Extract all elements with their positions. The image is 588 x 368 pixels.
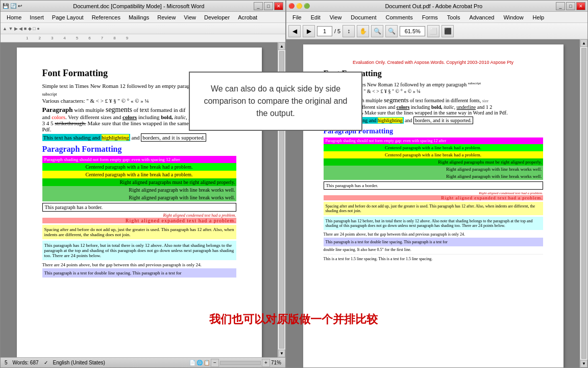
word-right2: Right aligned paragraph with line break … [42,186,236,194]
pdf-scroll-down-button[interactable]: ▼ [580,360,587,367]
word-spacing-text3: There are 24 points above, but the gap b… [42,262,236,267]
word-zoom-controls: 📄 🌐 📋 − + 71% [189,359,281,367]
pdf-centered1: Centered paragraph with a line break had… [324,144,543,151]
overlay-text: We can also do a quick side by side comp… [204,84,347,118]
pdf-menu-file[interactable]: File [288,13,306,21]
word-view-print[interactable]: 📋 [204,360,210,365]
pdf-menu-tools[interactable]: Tools [443,13,464,21]
pdf-close-button[interactable]: ✕ [576,2,585,10]
zoom-slider[interactable] [220,361,261,365]
pdf-back-button[interactable]: ◀ [288,25,301,37]
menu-view[interactable]: View [180,13,200,21]
word-right3: Right aligned paragraph with line break … [42,194,236,201]
pdf-maximize-button[interactable]: □ [566,2,575,10]
pdf-pan-tool[interactable]: ✋ [357,25,369,37]
menu-references[interactable]: References [88,13,125,21]
word-shading-magenta: Paragraph shading should not form empty … [42,156,236,163]
word-close-button[interactable]: ✕ [274,2,283,10]
pdf-menubar: File Edit View Document Comments Forms T… [286,12,587,23]
pdf-page-input[interactable] [317,26,332,36]
word-language-status: English (United States) [53,360,105,365]
pdf-menu-view[interactable]: View [326,13,346,21]
pdf-menu-advanced[interactable]: Advanced [465,13,499,21]
pdf-scroll-up-button[interactable]: ▲ [580,39,587,47]
pdf-right1: Right aligned paragraphs must be right a… [324,158,543,166]
zoom-plus-button[interactable]: + [262,359,270,367]
ruler: 123456789 [1,34,285,42]
pdf-cursor-tool[interactable]: ↕ [342,25,355,37]
menu-insert[interactable]: Insert [26,13,48,21]
word-toolbar: ▲ ▼ ▶ ◀ ■ ◆ □ ● [1,23,285,34]
word-zoom-level: 71% [271,360,281,365]
word-condensed-text: Right aligned condensed text had a probl… [42,213,236,218]
pdf-menu-help[interactable]: Help [529,13,549,21]
pdf-zoom-in-tool[interactable]: 🔍 [371,25,383,37]
pdf-menu-window[interactable]: Window [499,13,527,21]
pdf-centered2: Centered paragraph with a line break had… [324,151,543,158]
pdf-scrollbar[interactable]: ▲ ▼ [580,39,587,367]
overlay-tooltip: We can also do a quick side by side comp… [189,72,362,131]
word-statusbar: 5 Words: 687 ✓ English (United States) 📄… [1,357,285,367]
word-window: 💾 🔄 ↩ Document.doc [Compatibility Mode] … [0,0,286,368]
pdf-double-spacing: This paragraph is a test for double line… [324,238,543,246]
word-para-title: Paragraph Formatting [42,145,236,154]
menu-page-layout[interactable]: Page Layout [48,13,88,21]
pdf-title: Document Out.pdf - Adobe Acrobat Pro [312,3,556,9]
pdf-scroll-thumb[interactable] [581,48,586,359]
pdf-right3: Right aligned paragraph with line break … [324,173,543,180]
pdf-menu-edit[interactable]: Edit [307,13,325,21]
menu-review[interactable]: Review [153,13,180,21]
word-words-status: Words: 687 [13,360,39,365]
pdf-double-spacing2: double line spacing. It also have 0.5" f… [324,247,543,252]
pdf-fit-page-button[interactable]: ⬜ [427,25,439,37]
pdf-window-controls: _ □ ✕ [556,2,585,10]
pdf-window: 🔴 🟡 🟢 Document Out.pdf - Adobe Acrobat P… [286,0,588,368]
zoom-minus-button[interactable]: − [211,359,219,367]
pdf-minimize-button[interactable]: _ [556,2,565,10]
word-title: Document.doc [Compatibility Mode] - Micr… [24,3,254,9]
word-double-spacing: This paragraph is a test for double line… [42,268,236,278]
scroll-down-button[interactable]: ▼ [278,350,285,357]
pdf-menu-forms[interactable]: Forms [418,13,442,21]
word-centered2: Centered paragraph with a line break had… [42,171,236,178]
pdf-titlebar: 🔴 🟡 🟢 Document Out.pdf - Adobe Acrobat P… [286,1,587,12]
word-titlebar: 💾 🔄 ↩ Document.doc [Compatibility Mode] … [1,1,285,12]
word-centered1: Centered paragraph with a line break had… [42,163,236,171]
pdf-eval-notice: Evaluation Only. Created with Aspose.Wor… [324,60,543,65]
pdf-zoom-out-tool[interactable]: 🔍 [385,25,398,37]
word-maximize-button[interactable]: □ [264,2,273,10]
pdf-page-separator: / 5 [334,28,340,34]
menu-home[interactable]: Home [3,13,26,21]
pdf-zoom-input[interactable] [400,26,425,36]
word-minimize-button[interactable]: _ [254,2,263,10]
pdf-spacing-text2: This paragraph has 12 before, but in tot… [324,217,543,230]
pdf-spacing-text3: There are 24 points above, but the gap b… [324,232,543,237]
pdf-fit-width-button[interactable]: ⬛ [442,25,454,37]
word-menubar: Home Insert Page Layout References Maili… [1,12,285,23]
word-spell-icon: ✓ [44,360,48,365]
pdf-line1-5: This is a test for 1.5 line spacing. Thi… [324,254,543,261]
word-right1: Right aligned paragraphs must be right a… [42,178,236,186]
word-expanded-text: Right aligned expanded text had a proble… [42,218,236,223]
word-page-status: 5 [5,360,8,365]
word-window-controls: _ □ ✕ [254,2,283,10]
word-border-para: This paragraph has a border. [42,203,236,212]
pdf-spacing-text1: Spacing after and before do not add up, … [324,202,543,215]
word-spacing-text2: This paragraph has 12 before, but in tot… [42,241,236,260]
pdf-menu-comments[interactable]: Comments [382,13,417,21]
word-view-normal[interactable]: 📄 [189,360,195,365]
menu-acrobat[interactable]: Acrobat [234,13,261,21]
pdf-right2: Right aligned paragraph with line break … [324,166,543,173]
pdf-condensed-text: Right aligned condensed text had a probl… [324,191,543,195]
pdf-toolbar: ◀ ▶ / 5 ↕ ✋ 🔍 🔍 ⬜ ⬛ [286,23,587,39]
pdf-menu-document[interactable]: Document [347,13,380,21]
menu-mailings[interactable]: Mailings [125,13,153,21]
word-shading-text: This text has shading and highlighting a… [42,134,236,141]
pdf-shading-magenta: Paragraph shading should not form empty … [324,137,543,144]
pdf-forward-button[interactable]: ▶ [303,25,315,37]
pdf-border-para: This paragraph has a border. [324,181,543,190]
scroll-up-button[interactable]: ▲ [278,42,285,50]
word-view-web[interactable]: 🌐 [197,360,203,365]
pdf-expanded-text: Right aligned expanded text had a proble… [324,195,543,200]
menu-developer[interactable]: Developer [200,13,234,21]
